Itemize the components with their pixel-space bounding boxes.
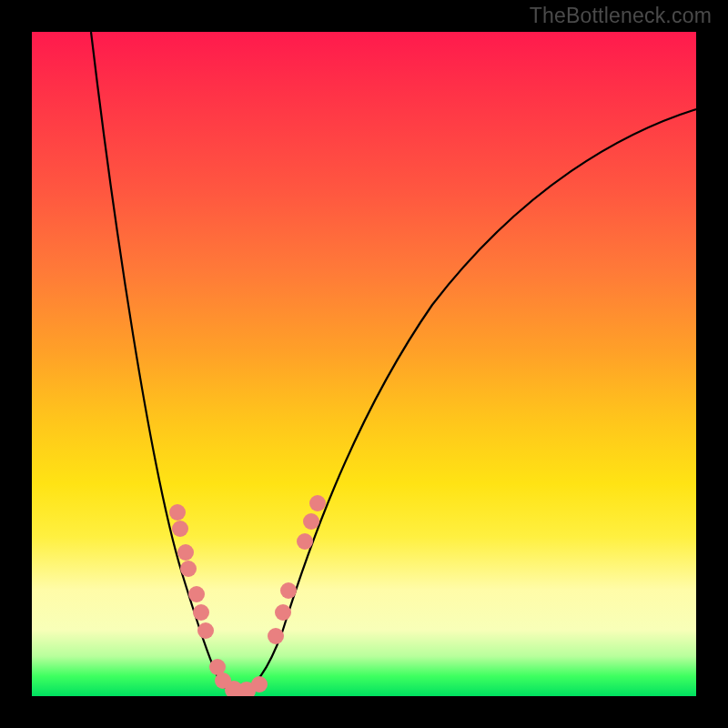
data-dot — [193, 604, 209, 621]
data-dot — [197, 622, 214, 639]
data-dot — [280, 582, 297, 599]
data-dot — [172, 521, 188, 537]
data-dots-group — [169, 495, 326, 696]
data-dot — [180, 561, 197, 577]
data-dot — [188, 586, 205, 602]
data-dot — [275, 604, 291, 621]
data-dot — [169, 504, 186, 521]
left-curve — [91, 32, 241, 691]
data-dot — [177, 544, 194, 561]
watermark-text: TheBottleneck.com — [530, 4, 712, 28]
data-dot — [268, 628, 284, 644]
plot-area — [32, 32, 696, 696]
chart-svg — [32, 32, 696, 696]
data-dot — [297, 533, 313, 550]
right-curve — [241, 109, 696, 691]
data-dot — [251, 676, 268, 693]
chart-frame: TheBottleneck.com — [0, 0, 728, 728]
data-dot — [303, 513, 319, 530]
data-dot — [309, 495, 326, 511]
